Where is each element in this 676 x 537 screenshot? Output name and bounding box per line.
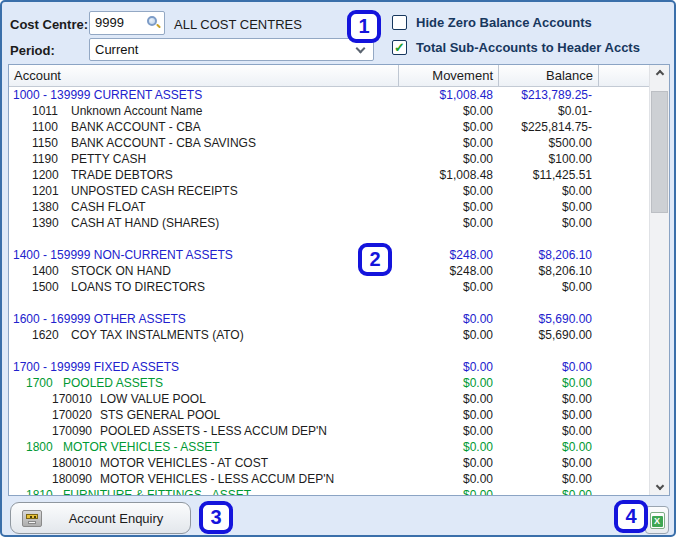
- account-code: 1810: [26, 487, 57, 495]
- table-row[interactable]: 1400 - 159999 NON-CURRENT ASSETS$248.00$…: [9, 247, 649, 263]
- movement-cell: $1,008.48: [399, 167, 499, 183]
- account-code: 1100: [32, 119, 65, 135]
- account-name: STOCK ON HAND: [71, 264, 171, 278]
- movement-cell: [399, 343, 499, 359]
- row-spacer: [599, 263, 649, 279]
- account-enquiry-label: Account Enquiry: [42, 511, 190, 526]
- movement-cell: $0.00: [399, 103, 499, 119]
- movement-cell: $0.00: [399, 375, 499, 391]
- movement-cell: $0.00: [399, 439, 499, 455]
- table-row[interactable]: 1190PETTY CASH$0.00$100.00: [9, 151, 649, 167]
- account-code: 1500: [32, 279, 65, 295]
- account-code: 1380: [32, 199, 65, 215]
- scrollbar-down-arrow[interactable]: [650, 477, 670, 495]
- table-row[interactable]: 1390CASH AT HAND (SHARES)$0.00$0.00: [9, 215, 649, 231]
- account-code: 1400: [32, 263, 65, 279]
- table-row[interactable]: 1400STOCK ON HAND$248.00$8,206.10: [9, 263, 649, 279]
- table-row[interactable]: 170010LOW VALUE POOL$0.00$0.00: [9, 391, 649, 407]
- movement-cell: $0.00: [399, 119, 499, 135]
- lookup-magnifier-icon[interactable]: [147, 16, 160, 29]
- balance-cell: $0.00: [499, 359, 599, 375]
- balance-cell: $0.00: [499, 391, 599, 407]
- annotation-badge-1: 1: [347, 10, 381, 43]
- account-code: 1800: [26, 439, 57, 455]
- column-header-account[interactable]: Account: [9, 65, 399, 86]
- row-spacer: [599, 87, 649, 103]
- total-sub-accounts-option[interactable]: ✓ Total Sub-Accounts to Header Accts: [392, 39, 640, 55]
- table-row[interactable]: 1810FURNITURE & FITTINGS - ASSET$0.00$0.…: [9, 487, 649, 495]
- row-spacer: [599, 135, 649, 151]
- table-row[interactable]: 1201UNPOSTED CASH RECEIPTS$0.00$0.00: [9, 183, 649, 199]
- balance-cell: $0.00: [499, 183, 599, 199]
- movement-cell: $1,008.48: [399, 87, 499, 103]
- row-spacer: [599, 279, 649, 295]
- cost-centre-label: Cost Centre:: [10, 17, 88, 32]
- table-row[interactable]: 1620COY TAX INSTALMENTS (ATO)$0.00$5,690…: [9, 327, 649, 343]
- account-name: POOLED ASSETS - LESS ACCUM DEP'N: [100, 424, 327, 438]
- account-cell: 1200TRADE DEBTORS: [9, 167, 399, 183]
- column-header-balance[interactable]: Balance: [499, 65, 599, 86]
- movement-cell: $248.00: [399, 247, 499, 263]
- total-sub-accounts-checkbox[interactable]: ✓: [392, 40, 407, 55]
- total-sub-accounts-label: Total Sub-Accounts to Header Accts: [416, 40, 640, 55]
- account-cell: 1800MOTOR VEHICLES - ASSET: [9, 439, 399, 455]
- cost-centre-value: 9999: [95, 15, 124, 30]
- row-spacer: [599, 167, 649, 183]
- account-balances-window: Cost Centre: 9999 ALL COST CENTRES Perio…: [0, 0, 676, 537]
- table-row[interactable]: 1150BANK ACCOUNT - CBA SAVINGS$0.00$500.…: [9, 135, 649, 151]
- row-spacer: [599, 439, 649, 455]
- period-select[interactable]: Current: [89, 38, 374, 61]
- table-row[interactable]: 1800MOTOR VEHICLES - ASSET$0.00$0.00: [9, 439, 649, 455]
- account-name: MOTOR VEHICLES - AT COST: [100, 456, 268, 470]
- account-code: 170010: [52, 391, 95, 407]
- checkmark-icon: ✓: [394, 41, 405, 54]
- scrollbar-thumb[interactable]: [651, 91, 668, 213]
- account-cell: 1380CASH FLOAT: [9, 199, 399, 215]
- column-header-movement[interactable]: Movement: [399, 65, 499, 86]
- table-row[interactable]: 1700 - 199999 FIXED ASSETS$0.00$0.00: [9, 359, 649, 375]
- movement-cell: $0.00: [399, 183, 499, 199]
- table-row[interactable]: 1011Unknown Account Name$0.00$0.01-: [9, 103, 649, 119]
- account-code: 170090: [52, 423, 95, 439]
- account-table-body: 1000 - 139999 CURRENT ASSETS$1,008.48$21…: [9, 87, 649, 495]
- balance-cell: $225,814.75-: [499, 119, 599, 135]
- table-row[interactable]: 1500LOANS TO DIRECTORS$0.00$0.00: [9, 279, 649, 295]
- account-name: CASH FLOAT: [71, 200, 145, 214]
- cost-centre-input[interactable]: 9999: [89, 11, 165, 35]
- table-row[interactable]: 1600 - 169999 OTHER ASSETS$0.00$5,690.00: [9, 311, 649, 327]
- table-row[interactable]: 1100BANK ACCOUNT - CBA$0.00$225,814.75-: [9, 119, 649, 135]
- row-spacer: [599, 471, 649, 487]
- vertical-scrollbar[interactable]: [649, 65, 669, 495]
- account-name: MOTOR VEHICLES - LESS ACCUM DEP'N: [100, 472, 334, 486]
- account-code: 180090: [52, 471, 95, 487]
- balance-cell: $5,690.00: [499, 327, 599, 343]
- hide-zero-balance-checkbox[interactable]: [392, 15, 407, 30]
- movement-cell: [399, 295, 499, 311]
- table-row[interactable]: 1380CASH FLOAT$0.00$0.00: [9, 199, 649, 215]
- movement-cell: $0.00: [399, 279, 499, 295]
- balance-cell: $11,425.51: [499, 167, 599, 183]
- balance-cell: $500.00: [499, 135, 599, 151]
- hide-zero-balance-option[interactable]: Hide Zero Balance Accounts: [392, 14, 592, 30]
- account-cell: 1000 - 139999 CURRENT ASSETS: [9, 87, 399, 103]
- scrollbar-up-arrow[interactable]: [650, 65, 670, 83]
- table-row[interactable]: 1000 - 139999 CURRENT ASSETS$1,008.48$21…: [9, 87, 649, 103]
- movement-cell: $0.00: [399, 407, 499, 423]
- table-row[interactable]: 180090MOTOR VEHICLES - LESS ACCUM DEP'N$…: [9, 471, 649, 487]
- account-table-header: Account Movement Balance: [9, 65, 669, 87]
- table-row[interactable]: 170090POOLED ASSETS - LESS ACCUM DEP'N$0…: [9, 423, 649, 439]
- account-cell: 1190PETTY CASH: [9, 151, 399, 167]
- account-name: BANK ACCOUNT - CBA: [71, 120, 201, 134]
- account-table: Account Movement Balance 1000 - 139999 C…: [8, 64, 670, 496]
- table-row[interactable]: 1700POOLED ASSETS$0.00$0.00: [9, 375, 649, 391]
- account-cell: 1700POOLED ASSETS: [9, 375, 399, 391]
- export-to-excel-button[interactable]: X: [645, 506, 669, 534]
- table-row[interactable]: 180010MOTOR VEHICLES - AT COST$0.00$0.00: [9, 455, 649, 471]
- table-row[interactable]: 1200TRADE DEBTORS$1,008.48$11,425.51: [9, 167, 649, 183]
- table-row[interactable]: 170020STS GENERAL POOL$0.00$0.00: [9, 407, 649, 423]
- account-name: COY TAX INSTALMENTS (ATO): [71, 328, 244, 342]
- account-enquiry-button[interactable]: Account Enquiry: [10, 502, 191, 534]
- balance-cell: $0.00: [499, 439, 599, 455]
- balance-cell: $0.00: [499, 375, 599, 391]
- balance-cell: $0.00: [499, 471, 599, 487]
